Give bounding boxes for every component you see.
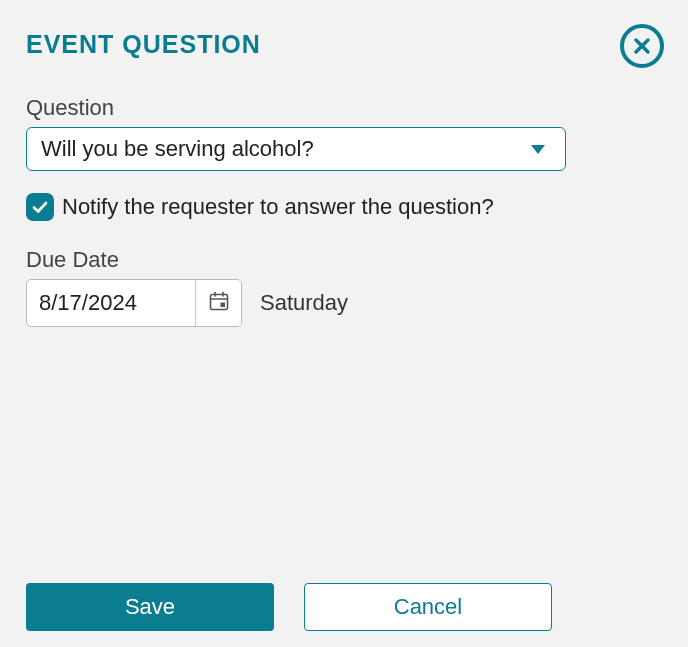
question-select[interactable]: Will you be serving alcohol?	[26, 127, 566, 171]
question-label: Question	[26, 95, 662, 121]
dialog-footer: Save Cancel	[26, 583, 552, 631]
due-date-input[interactable]: 8/17/2024	[26, 279, 242, 327]
due-date-label: Due Date	[26, 247, 662, 273]
calendar-button[interactable]	[195, 280, 241, 326]
notify-checkbox[interactable]	[26, 193, 54, 221]
notify-row: Notify the requester to answer the quest…	[26, 193, 662, 221]
chevron-down-icon	[531, 145, 545, 154]
svg-rect-6	[220, 303, 225, 308]
due-date-value: 8/17/2024	[27, 280, 195, 326]
close-button[interactable]	[620, 24, 664, 68]
notify-label: Notify the requester to answer the quest…	[62, 194, 494, 220]
svg-rect-2	[210, 295, 227, 310]
due-date-day-of-week: Saturday	[260, 290, 348, 316]
close-icon	[633, 37, 651, 55]
dialog-title: EVENT QUESTION	[26, 30, 662, 59]
checkmark-icon	[31, 198, 49, 216]
save-button[interactable]: Save	[26, 583, 274, 631]
question-select-value: Will you be serving alcohol?	[41, 136, 531, 162]
due-date-row: 8/17/2024 Saturday	[26, 279, 662, 327]
cancel-button[interactable]: Cancel	[304, 583, 552, 631]
calendar-icon	[208, 290, 230, 316]
event-question-dialog: EVENT QUESTION Question Will you be serv…	[0, 0, 688, 647]
